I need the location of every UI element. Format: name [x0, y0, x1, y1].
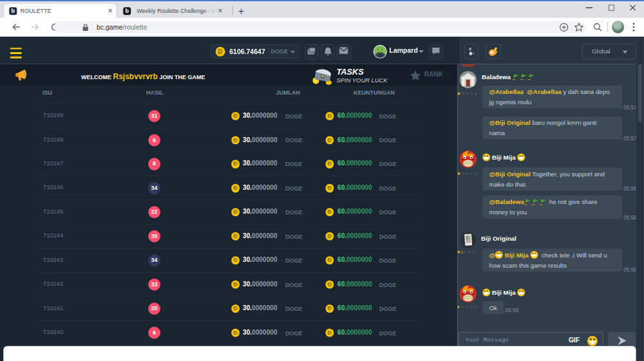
svg-text:Ɵ: Ɵ — [490, 50, 494, 56]
